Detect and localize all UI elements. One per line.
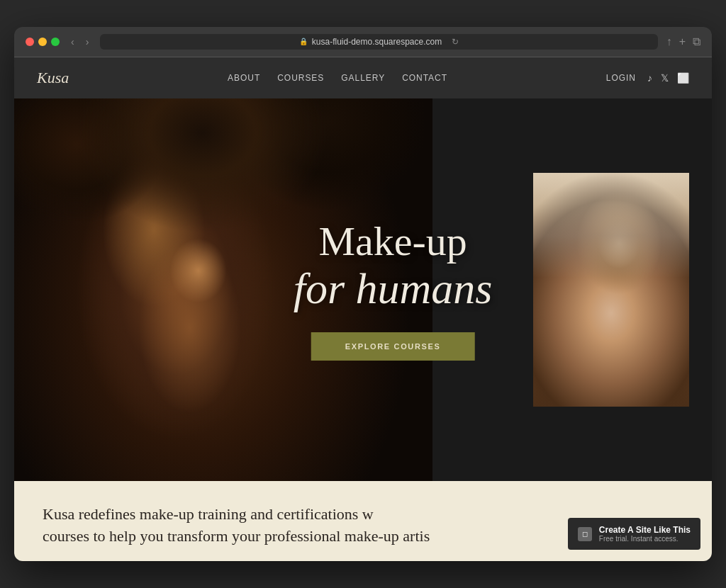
forward-icon[interactable]: › (83, 35, 92, 49)
browser-actions: ↑ + ⧉ (666, 35, 700, 48)
badge-sub-text: Free trial. Instant access. (599, 535, 691, 543)
squarespace-icon: ◻ (578, 527, 592, 541)
badge-text: Create A Site Like This Free trial. Inst… (599, 525, 691, 543)
nav-about[interactable]: ABOUT (228, 73, 260, 83)
duplicate-icon[interactable]: ⧉ (693, 35, 700, 48)
close-button[interactable] (26, 38, 34, 46)
traffic-lights (26, 38, 60, 46)
hero-content: Make-up for humans EXPLORE COURSES (294, 219, 493, 361)
website-content: Kusa ABOUT COURSES GALLERY CONTACT LOGIN… (14, 57, 712, 562)
site-logo[interactable]: Kusa (37, 69, 69, 87)
social-icons: ♪ 𝕏 ⬜ (647, 72, 689, 84)
tiktok-icon[interactable]: ♪ (647, 72, 652, 84)
explore-courses-button[interactable]: EXPLORE COURSES (311, 332, 475, 361)
login-link[interactable]: LOGIN (606, 73, 636, 83)
hero-title-italic: for humans (294, 264, 493, 312)
address-bar[interactable]: 🔒 kusa-fluid-demo.squarespace.com ↻ (100, 34, 657, 50)
nav-courses[interactable]: COURSES (277, 73, 324, 83)
reload-icon[interactable]: ↻ (452, 37, 459, 47)
new-tab-icon[interactable]: + (679, 35, 686, 48)
browser-window: ‹ › 🔒 kusa-fluid-demo.squarespace.com ↻ … (14, 27, 712, 562)
badge-main-text: Create A Site Like This (599, 525, 691, 535)
nav-links: ABOUT COURSES GALLERY CONTACT (228, 73, 447, 83)
nav-gallery[interactable]: GALLERY (341, 73, 385, 83)
instagram-icon[interactable]: ⬜ (677, 72, 689, 84)
hero-side-image (533, 173, 689, 407)
minimize-button[interactable] (38, 38, 47, 46)
share-icon[interactable]: ↑ (666, 35, 672, 48)
nav-right: LOGIN ♪ 𝕏 ⬜ (606, 72, 689, 84)
browser-chrome: ‹ › 🔒 kusa-fluid-demo.squarespace.com ↻ … (14, 27, 712, 57)
hero-section: Make-up for humans EXPLORE COURSES (14, 98, 712, 481)
maximize-button[interactable] (51, 38, 60, 46)
back-icon[interactable]: ‹ (68, 35, 77, 49)
nav-contact[interactable]: CONTACT (402, 73, 447, 83)
navigation: Kusa ABOUT COURSES GALLERY CONTACT LOGIN… (14, 57, 712, 98)
squarespace-badge[interactable]: ◻ Create A Site Like This Free trial. In… (568, 518, 700, 550)
url-text: kusa-fluid-demo.squarespace.com (312, 37, 442, 47)
lock-icon: 🔒 (299, 38, 308, 45)
twitter-icon[interactable]: 𝕏 (661, 72, 669, 84)
bottom-section: Kusa redefines make-up training and cert… (14, 481, 712, 562)
browser-controls: ‹ › (68, 35, 91, 49)
hero-title-main: Make-up (294, 219, 493, 264)
